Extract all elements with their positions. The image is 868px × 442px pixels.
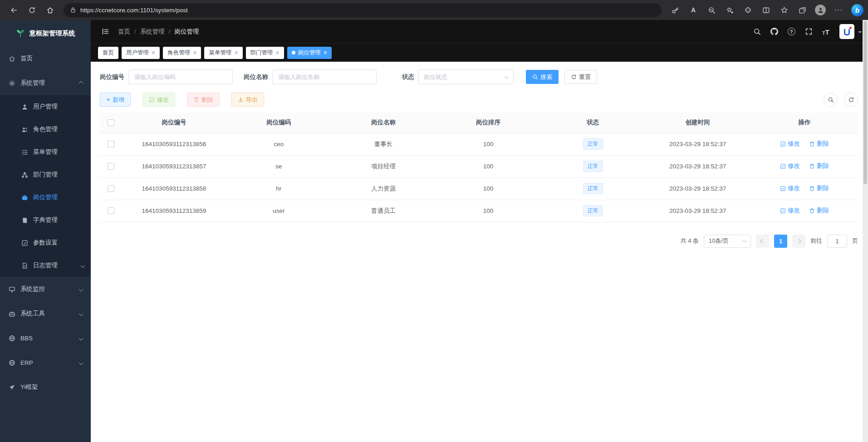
reset-button[interactable]: 重置 (564, 70, 597, 84)
sidebar-menu: 首页 系统管理 用户管理 (0, 46, 91, 442)
page-size-select[interactable]: 10条/页 (704, 235, 751, 248)
extensions-icon[interactable] (739, 3, 757, 17)
close-icon[interactable]: × (152, 49, 155, 56)
goto-label: 前往 (810, 237, 822, 245)
github-icon[interactable] (766, 24, 782, 40)
row-delete-button[interactable]: 删除 (809, 162, 829, 170)
users-icon (21, 126, 28, 133)
edit-button[interactable]: 修改 (142, 93, 175, 107)
sidebar-item-log-mgmt[interactable]: 日志管理 (0, 254, 91, 277)
split-screen-icon[interactable] (757, 3, 775, 17)
scrollbar-thumb[interactable] (863, 21, 867, 184)
sidebar-item-system[interactable]: 系统管理 (0, 71, 91, 95)
search-icon[interactable] (749, 24, 765, 40)
paper-plane-icon (8, 384, 15, 391)
sidebar-item-post-mgmt[interactable]: 岗位管理 (0, 186, 91, 209)
sidebar-item-tools[interactable]: 系统工具 (0, 301, 91, 326)
chevron-right-icon (797, 239, 801, 243)
current-page-button[interactable]: 1 (774, 235, 787, 248)
row-checkbox[interactable] (108, 141, 114, 147)
close-icon[interactable]: × (234, 49, 238, 56)
select-all-checkbox[interactable] (108, 119, 114, 126)
row-checkbox[interactable] (108, 163, 114, 170)
table-refresh-button[interactable] (844, 93, 858, 107)
copilot-bing-icon[interactable]: b (851, 4, 863, 16)
page-scrollbar[interactable] (863, 20, 868, 442)
post-code-input[interactable] (128, 69, 233, 84)
password-key-icon[interactable] (666, 3, 684, 17)
goto-page-input[interactable] (827, 235, 847, 248)
row-checkbox[interactable] (108, 207, 114, 214)
sidebar-item-param-settings[interactable]: 参数设置 (0, 231, 91, 254)
back-button[interactable] (5, 3, 23, 17)
export-button[interactable]: 导出 (231, 93, 264, 107)
profile-avatar[interactable] (811, 3, 829, 17)
active-tab-dot (292, 51, 295, 54)
refresh-button[interactable] (23, 3, 41, 17)
chevron-down-icon (79, 336, 83, 340)
toolbox-icon (8, 310, 15, 317)
tab-home[interactable]: 首页 (98, 47, 118, 59)
favorites-icon[interactable] (775, 3, 793, 17)
row-delete-button[interactable]: 删除 (809, 184, 829, 192)
tab-dept-mgmt[interactable]: 部门管理 × (246, 47, 284, 59)
search-button[interactable]: 搜索 (526, 70, 559, 84)
cell-post-code: hr (226, 177, 331, 200)
sidebar-item-user-mgmt[interactable]: 用户管理 (0, 95, 91, 118)
address-bar[interactable]: https://ccnetcore.com:1101/system/post (64, 3, 662, 17)
breadcrumb: 首页 / 系统管理 / 岗位管理 (118, 28, 199, 36)
breadcrumb-home[interactable]: 首页 (118, 28, 130, 36)
row-edit-button[interactable]: 修改 (780, 206, 800, 215)
post-name-input[interactable] (272, 69, 377, 84)
chevron-down-icon (79, 287, 83, 291)
row-edit-button[interactable]: 修改 (780, 184, 800, 192)
table-search-button[interactable] (824, 93, 838, 107)
collections-icon[interactable] (793, 3, 811, 17)
zoom-icon[interactable] (702, 3, 721, 17)
sidebar-item-yi-framework[interactable]: Yi框架 (0, 375, 91, 399)
delete-button[interactable]: 删除 (187, 93, 220, 107)
tab-menu-mgmt[interactable]: 菜单管理 × (204, 47, 242, 59)
row-edit-button[interactable]: 修改 (780, 140, 800, 148)
tab-post-mgmt[interactable]: 岗位管理 × (287, 47, 332, 59)
collapse-sidebar-icon[interactable] (97, 24, 113, 40)
chevron-left-icon (760, 239, 765, 243)
browser-menu-icon[interactable]: ··· (829, 3, 848, 17)
table-row[interactable]: 1641030593112313858 hr 人力资源 100 正常 2023-… (100, 177, 859, 200)
table-row[interactable]: 1641030593112313856 ceo 董事长 100 正常 2023-… (100, 133, 859, 155)
row-checkbox[interactable] (108, 185, 114, 192)
sidebar-item-home[interactable]: 首页 (0, 46, 91, 71)
sidebar-item-erp[interactable]: ERP (0, 350, 91, 375)
row-delete-button[interactable]: 删除 (809, 140, 829, 148)
caret-down-icon[interactable] (858, 31, 862, 35)
close-icon[interactable]: × (324, 49, 327, 56)
font-size-icon[interactable]: TT (818, 24, 834, 40)
home-button[interactable] (41, 3, 59, 17)
sidebar-item-monitor[interactable]: 系统监控 (0, 277, 91, 301)
sidebar-item-bbs[interactable]: BBS (0, 326, 91, 350)
row-delete-button[interactable]: 删除 (809, 206, 829, 215)
help-icon[interactable]: ? (783, 24, 799, 40)
user-avatar[interactable] (839, 24, 854, 39)
fullscreen-icon[interactable] (800, 24, 817, 40)
next-page-button[interactable] (792, 235, 805, 248)
prev-page-button[interactable] (756, 235, 769, 248)
tab-role-mgmt[interactable]: 角色管理 × (163, 47, 201, 59)
sidebar-item-role-mgmt[interactable]: 角色管理 (0, 118, 91, 141)
app-title: 意框架管理系统 (29, 29, 75, 38)
read-aloud-icon[interactable]: A (684, 3, 702, 17)
tab-user-mgmt[interactable]: 用户管理 × (122, 47, 160, 59)
row-edit-button[interactable]: 修改 (780, 162, 800, 170)
column-status: 状态 (540, 113, 645, 133)
table-row[interactable]: 1641030593112313857 se 项目经理 100 正常 2023-… (100, 155, 859, 177)
close-icon[interactable]: × (193, 49, 196, 56)
add-button[interactable]: + 新增 (100, 93, 131, 107)
breadcrumb-system[interactable]: 系统管理 (140, 28, 165, 36)
sidebar-item-dict-mgmt[interactable]: 字典管理 (0, 209, 91, 231)
favorites-add-icon[interactable] (721, 3, 739, 17)
table-row[interactable]: 1641030593112313859 user 普通员工 100 正常 202… (100, 200, 859, 222)
sidebar-item-menu-mgmt[interactable]: 菜单管理 (0, 141, 91, 163)
status-select[interactable]: 岗位状态 (418, 69, 514, 84)
sidebar-item-dept-mgmt[interactable]: 部门管理 (0, 163, 91, 186)
close-icon[interactable]: × (276, 49, 280, 56)
